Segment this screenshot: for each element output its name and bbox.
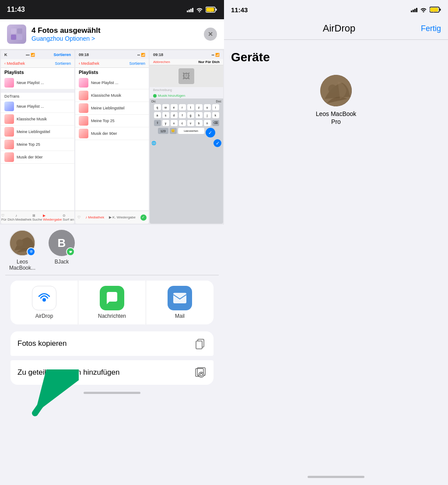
mini-bottom-bar-2: ♡ ♪ Mediathek ▶ K. Wiedergabe ✓ (75, 211, 149, 224)
mini-phone-2: 09:18 ▪▪📶 ‹ Mediathek Sortieren Playlist… (75, 50, 149, 224)
mini-sort: Sortieren (53, 53, 71, 57)
kbd-row-1: q w e r t z u i (150, 103, 223, 111)
list-item: Klassische Musik (1, 113, 74, 126)
app-share-airdrop[interactable]: AirDrop (10, 281, 78, 324)
list-item: Neue Playlist ... (75, 77, 149, 89)
svg-rect-13 (173, 293, 186, 303)
messages-bubble-icon (105, 291, 119, 305)
svg-point-12 (42, 298, 46, 302)
mini-content-2: Playlists Neue Playlist ... Klassische M… (75, 68, 149, 211)
right-time: 11:43 (231, 6, 248, 14)
device-item-leos[interactable]: Leos MacBookPro (231, 75, 441, 126)
svg-rect-5 (17, 28, 22, 34)
list-item: Klassische Musik (75, 89, 149, 102)
mini-status-2: 09:18 ▪▪📶 (75, 50, 149, 59)
device-photo (320, 75, 352, 106)
right-home-indicator (308, 476, 364, 478)
left-status-bar: 11:43 ⚡ (0, 0, 224, 19)
svg-rect-6 (11, 35, 16, 40)
svg-point-27 (328, 84, 337, 93)
preview-screen-2: 09:18 ▪▪📶 ‹ Mediathek Sortieren Playlist… (75, 50, 149, 224)
bjack-name: BJack (55, 259, 69, 265)
kbd-row-2: a s d f g h j k (150, 111, 223, 119)
signal-icon (187, 7, 193, 12)
list-item: Meine Lieblingstitel (1, 126, 74, 138)
left-time: 11:43 (7, 6, 25, 14)
mini-status-3: 09:18 ▪▪ 📶 (150, 50, 223, 59)
left-status-icons: ⚡ (187, 7, 217, 13)
keyboard: Dic Doc q w e r t z u i a (150, 98, 223, 224)
green-dot (153, 94, 157, 98)
app-share-nachrichten[interactable]: Nachrichten (78, 281, 146, 324)
msg-photo: 🖼 (150, 65, 223, 87)
geraete-title: Geräte (231, 50, 441, 64)
right-content: Geräte Leos MacBookPro (224, 40, 448, 472)
right-battery-icon: ⚡ (430, 7, 441, 13)
list-item: Meine Lieblingstitel (75, 102, 149, 115)
right-panel: 11:43 ⚡ AirDrop Fertig Geräte (224, 0, 448, 485)
left-home-indicator (84, 392, 140, 394)
airdrop-title: AirDrop (323, 23, 356, 34)
list-item: Musik der 90er (1, 151, 74, 164)
svg-point-20 (201, 373, 202, 374)
airdrop-navigation: AirDrop Fertig (224, 19, 448, 40)
wifi-icon (196, 7, 203, 12)
photo-grid-icon (10, 28, 23, 41)
bjack-avatar-wrapper: B (49, 230, 75, 256)
action-rows: Fotos kopieren Zu geteiltem Album hinzuf… (0, 331, 224, 388)
airdrop-item-leos[interactable]: LeosMacBook... (7, 230, 38, 271)
list-item: Neue Playlist ... (1, 100, 74, 113)
album-hinzufuegen-row[interactable]: Zu geteiltem Album hinzufügen (10, 360, 214, 385)
mini-status-1: K ▪▪▪ 📶 Sortieren (1, 50, 74, 59)
share-title: 4 Fotos ausgewählt (32, 26, 101, 35)
preview-area: K ▪▪▪ 📶 Sortieren ‹ Mediathek Sortieren … (0, 49, 224, 225)
close-button[interactable]: ✕ (204, 28, 217, 41)
airdrop-app-name: AirDrop (35, 313, 53, 319)
mini-bottom-bar: ♡Für Dich ♪Mediathek ⊞Suche ▶Wiedergabe … (1, 211, 74, 224)
list-item: Musik der 90er (75, 127, 149, 140)
app-share-mail[interactable]: Mail (146, 281, 214, 324)
copy-icon (194, 337, 206, 350)
mail-app-name: Mail (175, 313, 185, 319)
svg-rect-23 (440, 9, 441, 11)
messages-small-icon (68, 250, 73, 254)
airdrop-small-icon (29, 250, 34, 254)
right-home-indicator-wrapper (224, 472, 448, 485)
svg-text:⚡: ⚡ (432, 8, 437, 13)
airdrop-waves-icon (36, 290, 52, 306)
list-item: Meine Top 25 (75, 115, 149, 127)
mini-phone-1: K ▪▪▪ 📶 Sortieren ‹ Mediathek Sortieren … (1, 50, 74, 224)
svg-point-9 (16, 239, 23, 246)
svg-text:⚡: ⚡ (208, 8, 213, 13)
list-item: Neue Playlist ... (1, 77, 74, 89)
music-label: Musik hinzufügen (158, 94, 185, 98)
fotos-kopieren-row[interactable]: Fotos kopieren (10, 331, 214, 356)
messages-badge-icon (66, 247, 75, 256)
album-icon (194, 366, 206, 379)
share-location: Guangzhou Optionen > (32, 35, 101, 42)
msg-music: Musik hinzufügen (150, 93, 223, 98)
device-avatar (320, 75, 352, 106)
preview-screen-1: K ▪▪▪ 📶 Sortieren ‹ Mediathek Sortieren … (1, 50, 74, 224)
right-status-icons: ⚡ (411, 7, 441, 13)
left-panel: 11:43 ⚡ (0, 0, 224, 485)
mail-envelope-icon (173, 292, 187, 304)
airdrop-app-icon (32, 286, 56, 310)
nachrichten-app-name: Nachrichten (98, 313, 126, 319)
share-thumbnail (7, 25, 26, 44)
svg-rect-1 (216, 9, 217, 11)
msg-desc: Beschreibung (150, 87, 223, 93)
share-options[interactable]: Optionen > (65, 35, 95, 42)
mini-nav-1: ‹ Mediathek Sortieren (1, 59, 74, 68)
right-signal-icon (411, 7, 417, 12)
mini-nav-2: ‹ Mediathek Sortieren (75, 59, 149, 68)
airdrop-item-bjack[interactable]: B BJack (46, 230, 77, 271)
airdrop-done-button[interactable]: Fertig (421, 24, 441, 33)
fotos-kopieren-label: Fotos kopieren (18, 339, 66, 348)
device-name: Leos MacBookPro (316, 110, 357, 126)
kbd-row-4: 123 😊 Leerzeichen ✓ (150, 127, 223, 138)
airdrop-badge-icon (27, 247, 35, 256)
app-share-section: AirDrop Nachrichten Mail (0, 275, 224, 331)
leos-avatar-wrapper (9, 230, 35, 256)
mini-phone-3: 09:18 ▪▪ 📶 Abbrechen Nur Für Dich 🖼 Besc… (150, 50, 223, 224)
